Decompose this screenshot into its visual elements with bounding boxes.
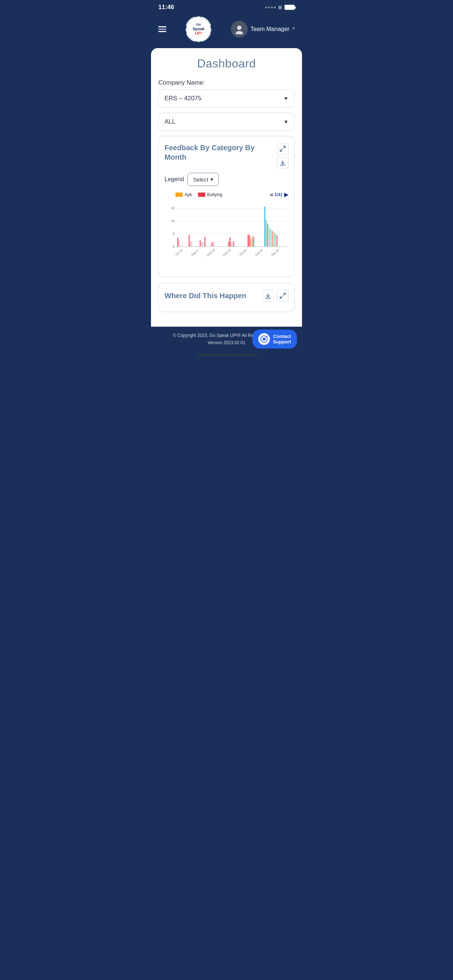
contact-support-button[interactable]: ContactSupport (252, 329, 297, 348)
svg-rect-21 (203, 241, 203, 247)
contact-support-icon (258, 333, 270, 345)
feedback-chart-card: Feedback By Category By Month (158, 136, 295, 277)
chart-svg: 15 10 5 0 (164, 202, 289, 269)
where-card-header: Where Did This Happen (164, 290, 289, 302)
svg-rect-29 (231, 242, 231, 247)
expand-where-button[interactable] (277, 290, 289, 302)
svg-rect-37 (253, 237, 254, 247)
wifi-icon: ⊛ (278, 5, 282, 10)
svg-rect-42 (268, 226, 269, 247)
status-bar: 11:46 ⊛ (151, 0, 302, 13)
svg-rect-48 (275, 233, 276, 247)
svg-text:Oct-20: Oct-20 (239, 248, 247, 256)
svg-rect-38 (254, 237, 255, 247)
apk-label: Apk (185, 192, 192, 197)
main-content: Dashboard Company Name: ERS – 42075 ▼ AL… (151, 48, 302, 327)
legend-item-apk: Apk (175, 192, 192, 197)
svg-text:Feb-19: Feb-19 (222, 248, 231, 257)
app-header: Go Speak UP! Team Manager ^ (151, 13, 302, 48)
svg-rect-31 (233, 241, 234, 247)
company-dropdown-value: ERS – 42075 (164, 95, 201, 102)
svg-rect-30 (232, 242, 233, 247)
filter-dropdown-value: ALL (164, 118, 175, 126)
svg-text:June-18: June-18 (206, 248, 215, 257)
user-profile-button[interactable]: Team Manager ^ (231, 21, 295, 38)
company-dropdown-arrow: ▼ (283, 95, 289, 101)
apk-color-swatch (175, 192, 183, 197)
svg-rect-27 (228, 241, 230, 247)
svg-point-1 (236, 31, 243, 34)
where-happened-card: Where Did This Happen (158, 283, 295, 312)
svg-rect-16 (188, 235, 190, 247)
user-name-label: Team Manager (250, 26, 290, 32)
prev-page-button[interactable]: ◀ (269, 192, 273, 197)
svg-rect-33 (248, 234, 249, 247)
svg-rect-40 (266, 220, 267, 247)
svg-rect-34 (249, 235, 250, 247)
svg-rect-23 (204, 237, 205, 247)
svg-rect-41 (267, 223, 268, 247)
svg-text:Aug-17: Aug-17 (190, 248, 199, 257)
app-logo: Go Speak UP! (185, 16, 212, 42)
menu-button[interactable] (158, 26, 166, 32)
download-where-button[interactable] (262, 290, 274, 302)
svg-rect-36 (252, 239, 252, 247)
logo-line-up: UP! (193, 31, 204, 35)
signal-icon (265, 6, 276, 8)
chart-card-header: Feedback By Category By Month (164, 143, 289, 169)
svg-rect-22 (204, 242, 204, 247)
svg-rect-26 (214, 242, 215, 247)
svg-rect-39 (265, 207, 266, 247)
bullying-color-swatch (198, 192, 205, 197)
page-indicator: 1/41 (274, 192, 283, 197)
expand-chart-button[interactable] (277, 143, 289, 154)
svg-point-0 (237, 25, 241, 30)
chart-pagination: ◀ 1/41 ▶ (269, 191, 289, 198)
svg-rect-25 (213, 241, 214, 247)
home-indicator (196, 354, 257, 356)
status-icons: ⊛ (265, 5, 295, 10)
page-title: Dashboard (158, 57, 295, 70)
legend-item-bullying: Bullying (198, 192, 222, 197)
status-time: 11:46 (158, 4, 174, 11)
user-dropdown-icon: ^ (292, 26, 295, 32)
chart-title: Feedback By Category By Month (164, 143, 273, 162)
svg-rect-28 (230, 237, 231, 247)
filter-dropdown-arrow: ▼ (283, 119, 289, 125)
svg-rect-46 (273, 232, 274, 247)
svg-rect-20 (201, 242, 202, 247)
svg-text:10: 10 (171, 219, 174, 223)
svg-rect-45 (272, 231, 273, 247)
svg-rect-15 (179, 240, 180, 247)
svg-rect-18 (191, 242, 193, 247)
next-page-button[interactable]: ▶ (284, 191, 289, 198)
svg-rect-44 (271, 229, 271, 247)
svg-rect-17 (190, 241, 191, 247)
download-chart-button[interactable] (277, 157, 289, 169)
logo-line-speak: Speak (193, 27, 204, 31)
svg-rect-43 (270, 229, 271, 247)
svg-text:Feb-22: Feb-22 (255, 248, 264, 257)
svg-rect-19 (199, 240, 201, 247)
svg-text:5: 5 (172, 232, 174, 235)
chart-card-actions (277, 143, 289, 169)
svg-line-62 (266, 336, 267, 337)
battery-icon (284, 5, 295, 10)
where-card-title: Where Did This Happen (164, 291, 262, 301)
company-dropdown[interactable]: ERS – 42075 ▼ (158, 89, 295, 108)
svg-text:15: 15 (171, 206, 174, 210)
bar-chart: 15 10 5 0 (164, 202, 289, 270)
filter-dropdown[interactable]: ALL ▼ (158, 113, 295, 131)
svg-text:Oct-16: Oct-16 (175, 249, 183, 257)
svg-rect-47 (274, 232, 275, 247)
svg-rect-24 (212, 242, 213, 247)
legend-label: Legend (164, 176, 184, 183)
app-footer: © Copyright 2023, Go Speak UP!® All Righ… (151, 327, 302, 352)
svg-rect-32 (234, 242, 235, 247)
legend-select-dropdown[interactable]: Select ▾ (187, 173, 219, 186)
avatar (231, 21, 248, 38)
contact-support-label: ContactSupport (273, 334, 291, 345)
company-name-label: Company Name: (158, 79, 295, 86)
svg-text:Nov-22: Nov-22 (271, 248, 280, 257)
legend-select-value: Select (193, 177, 208, 183)
